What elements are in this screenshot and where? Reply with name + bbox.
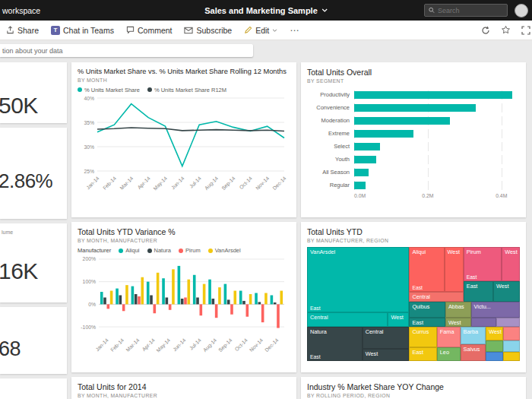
bar[interactable] bbox=[230, 304, 233, 314]
bar[interactable] bbox=[200, 304, 203, 315]
treemap-cell[interactable]: Quibus bbox=[409, 302, 445, 318]
legend-item[interactable]: % Units Market Share R12M bbox=[147, 87, 226, 93]
treemap-cell[interactable]: NaturaEast bbox=[307, 327, 363, 361]
bar[interactable] bbox=[354, 169, 369, 176]
bar[interactable] bbox=[277, 304, 280, 328]
industry-market-share-tile[interactable]: Industry % Market Share YOY Change BY RO… bbox=[301, 377, 526, 399]
hbar-row[interactable]: Select bbox=[307, 140, 520, 153]
bar[interactable] bbox=[255, 293, 258, 305]
hbar-row[interactable]: All Season bbox=[307, 166, 520, 179]
treemap-cell[interactable]: Barba bbox=[461, 327, 486, 344]
bar[interactable] bbox=[227, 299, 230, 304]
treemap-cell[interactable]: East bbox=[409, 318, 445, 327]
bar[interactable] bbox=[203, 284, 206, 305]
bar[interactable] bbox=[280, 291, 283, 305]
treemap-cell[interactable]: West bbox=[486, 327, 502, 340]
bar[interactable] bbox=[274, 302, 277, 304]
bar[interactable] bbox=[157, 273, 160, 305]
bar[interactable] bbox=[131, 287, 135, 305]
treemap-cell[interactable] bbox=[503, 327, 520, 340]
bar[interactable] bbox=[249, 294, 252, 304]
subscribe-button[interactable]: Subscribe bbox=[178, 21, 238, 40]
qa-question-input[interactable]: tion about your data bbox=[0, 44, 253, 57]
bar[interactable] bbox=[100, 292, 103, 304]
bar[interactable] bbox=[258, 302, 261, 304]
bar[interactable] bbox=[138, 296, 141, 304]
legend-item[interactable]: VanArsdel bbox=[208, 247, 241, 254]
kpi-tile-1[interactable]: 50K bbox=[0, 62, 67, 123]
horizontal-bar-chart[interactable]: ProductivityConvenienceModerationExtreme… bbox=[307, 88, 520, 201]
bar[interactable] bbox=[215, 304, 218, 318]
hbar-row[interactable]: Moderation bbox=[307, 114, 520, 127]
bar[interactable] bbox=[242, 301, 245, 304]
hbar-row[interactable]: Productivity bbox=[307, 88, 520, 101]
search-input[interactable] bbox=[438, 7, 503, 14]
bar[interactable] bbox=[147, 282, 150, 305]
bar[interactable] bbox=[187, 280, 190, 305]
more-options-button[interactable]: ⋯ bbox=[283, 21, 306, 40]
treemap-cell[interactable]: West bbox=[363, 349, 410, 362]
treemap-cell[interactable] bbox=[503, 340, 520, 352]
bar[interactable] bbox=[212, 299, 215, 304]
bar[interactable] bbox=[246, 304, 249, 316]
treemap-cell[interactable]: West bbox=[502, 247, 520, 281]
bar[interactable] bbox=[103, 298, 106, 305]
treemap-cell[interactable]: Central bbox=[363, 327, 410, 349]
treemap-cell[interactable] bbox=[486, 340, 502, 352]
kpi-tile-4[interactable]: 68 bbox=[0, 307, 67, 374]
edit-button[interactable]: Edit bbox=[238, 21, 283, 40]
search-box[interactable] bbox=[424, 4, 508, 17]
treemap-cell[interactable]: Fama bbox=[437, 327, 461, 347]
bar[interactable] bbox=[354, 130, 413, 138]
treemap-cell[interactable]: Central bbox=[409, 292, 463, 302]
total-units-overall-tile[interactable]: Total Units Overall BY SEGMENT Productiv… bbox=[301, 62, 526, 217]
treemap-cell[interactable]: Currus bbox=[409, 327, 436, 347]
bar[interactable] bbox=[119, 296, 122, 305]
bar[interactable] bbox=[181, 299, 184, 304]
bar[interactable] bbox=[354, 104, 476, 112]
treemap-cell[interactable]: East bbox=[409, 347, 436, 361]
comment-button[interactable]: Comment bbox=[120, 21, 179, 40]
treemap-cell[interactable]: PirumEast bbox=[464, 247, 502, 281]
treemap-cell[interactable]: Central bbox=[307, 312, 388, 328]
bar[interactable] bbox=[116, 289, 119, 305]
treemap-cell[interactable] bbox=[486, 352, 502, 361]
bar[interactable] bbox=[239, 291, 242, 305]
kpi-tile-5[interactable] bbox=[0, 378, 67, 399]
bar[interactable] bbox=[354, 143, 380, 150]
bar[interactable] bbox=[135, 294, 138, 304]
total-units-2014-tile[interactable]: Total Units for 2014 BY MONTH, MANUFACTU… bbox=[71, 377, 296, 399]
treemap-cell[interactable]: West bbox=[493, 281, 520, 302]
treemap-cell[interactable]: Leo bbox=[437, 347, 461, 361]
ytd-variance-tile[interactable]: Total Units YTD Variance % BY MONTH, MAN… bbox=[71, 222, 296, 372]
treemap-cell[interactable]: West bbox=[445, 247, 464, 292]
bar[interactable] bbox=[154, 304, 157, 313]
bar[interactable] bbox=[150, 296, 153, 305]
treemap-cell[interactable]: VanArsdelEast bbox=[307, 247, 409, 312]
market-share-line-tile[interactable]: % Units Market Share vs. % Units Market … bbox=[71, 62, 296, 217]
kpi-tile-2[interactable]: 2.86% bbox=[0, 128, 67, 219]
workspace-name[interactable]: workspace bbox=[2, 6, 40, 15]
bar[interactable] bbox=[193, 275, 196, 305]
share-button[interactable]: Share bbox=[0, 21, 45, 40]
line-chart[interactable]: 40%35%30%25%Jan-14Feb-14Mar-14Apr-14May-… bbox=[78, 93, 290, 207]
bar[interactable] bbox=[354, 91, 512, 99]
treemap-cell[interactable]: Salvus bbox=[461, 344, 486, 362]
bar[interactable] bbox=[178, 266, 181, 304]
bar[interactable] bbox=[354, 117, 450, 125]
bar[interactable] bbox=[122, 304, 125, 311]
refresh-button[interactable] bbox=[476, 26, 496, 35]
bar[interactable] bbox=[224, 284, 227, 305]
treemap-cell[interactable] bbox=[503, 352, 520, 361]
bar[interactable] bbox=[218, 287, 221, 304]
bar[interactable] bbox=[184, 298, 187, 305]
dashboard-title-dropdown[interactable]: Sales and Marketing Sample bbox=[204, 6, 328, 15]
grouped-bar-chart[interactable]: 200%100%0%-100%Jan-14Feb-14Mar-14Apr-14M… bbox=[78, 254, 290, 368]
kpi-tile-3[interactable]: lume 16K bbox=[0, 223, 67, 302]
bar[interactable] bbox=[125, 285, 128, 304]
chat-in-teams-button[interactable]: T Chat in Teams bbox=[45, 21, 120, 40]
treemap-cell[interactable]: East bbox=[464, 281, 493, 302]
bar[interactable] bbox=[354, 182, 366, 189]
fit-to-screen-button[interactable] bbox=[516, 26, 532, 35]
treemap-chart[interactable]: VanArsdelEastCentralWestNaturaEastCentra… bbox=[307, 247, 520, 361]
